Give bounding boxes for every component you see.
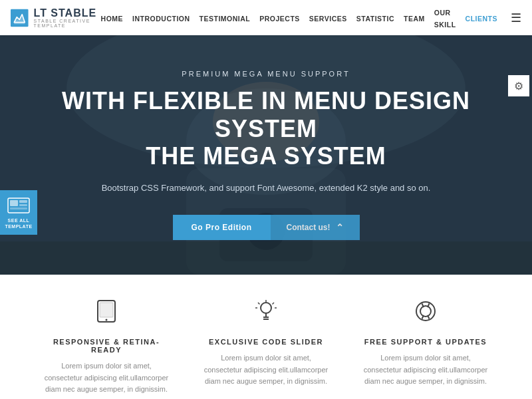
features-section: RESPONSIVE & RETINA-READY Lorem ipsum do… [0, 275, 532, 399]
svg-rect-13 [10, 200, 18, 206]
navbar: LT STABLE STABLE CREATIVE TEMPLATE HOME … [0, 0, 532, 35]
nav-hamburger[interactable]: ☰ [507, 11, 521, 25]
tablet-icon [43, 299, 170, 330]
hero-title-line2: THE MEGA SYSTEM [146, 142, 386, 170]
nav-item-testimonial[interactable]: TESTIMONIAL [200, 12, 251, 24]
chevron-up-icon: ⌃ [336, 222, 344, 233]
feature-responsive-title: RESPONSIVE & RETINA-READY [43, 338, 170, 354]
hamburger-icon: ☰ [511, 11, 521, 25]
contact-button[interactable]: Contact us! ⌃ [271, 215, 360, 240]
svg-point-19 [106, 319, 108, 321]
see-all-inner: SEE ALL TEMPLATE [4, 196, 33, 229]
hero-title-line1: WITH FLEXIBLE IN MENU DESIGN SYSTEM [62, 87, 470, 142]
feature-responsive-text: Lorem ipsum dolor sit amet, consectetur … [43, 360, 170, 396]
contact-label: Contact us! [287, 223, 331, 232]
lifebuoy-icon [362, 299, 489, 330]
nav-item-introduction[interactable]: INTRODUCTION [132, 12, 190, 24]
see-all-badge[interactable]: SEE ALL TEMPLATE [0, 190, 37, 235]
svg-point-29 [416, 302, 435, 321]
feature-slider: EXCLUSIVE CODE SLIDER Lorem ipsum dolor … [186, 299, 346, 396]
feature-slider-text: Lorem ipsum dolor sit amet, consectetur … [202, 352, 330, 388]
hero-description: Bootstrap CSS Framework, and support Fon… [53, 182, 479, 195]
nav-item-services[interactable]: SERVICES [309, 12, 347, 24]
svg-rect-18 [100, 303, 113, 317]
feature-support-title: FREE SUPPORT & UPDATES [362, 338, 489, 346]
svg-line-26 [273, 303, 275, 305]
nav-item-clients[interactable]: CLIENTS [466, 12, 497, 24]
hero-subtitle: PREMIUM MEGA MENU SUPPORT [53, 70, 479, 78]
brand-logo-icon [11, 6, 29, 30]
nav-item-statistic[interactable]: STATISTIC [356, 12, 394, 24]
nav-item-ourskill[interactable]: OUR SKILL [434, 6, 456, 30]
svg-point-30 [420, 306, 431, 317]
see-all-label: SEE ALL TEMPLATE [4, 218, 33, 229]
brand-logo-area[interactable]: LT STABLE STABLE CREATIVE TEMPLATE [11, 6, 101, 30]
svg-rect-15 [19, 204, 27, 206]
brand-tagline: STABLE CREATIVE TEMPLATE [34, 19, 101, 28]
brand-text: LT STABLE STABLE CREATIVE TEMPLATE [34, 8, 101, 28]
hero-content: PREMIUM MEGA MENU SUPPORT WITH FLEXIBLE … [27, 70, 505, 240]
nav-item-home[interactable]: HOME [101, 12, 124, 24]
brand-name: LT STABLE [34, 8, 101, 19]
gear-icon: ⚙ [514, 80, 523, 92]
svg-rect-14 [19, 200, 27, 203]
gear-button[interactable]: ⚙ [508, 75, 529, 96]
feature-slider-title: EXCLUSIVE CODE SLIDER [202, 338, 330, 346]
hero-buttons: Go Pro Edition Contact us! ⌃ [53, 215, 479, 240]
template-preview-icon [7, 196, 31, 215]
svg-line-25 [258, 303, 260, 305]
feature-responsive: RESPONSIVE & RETINA-READY Lorem ipsum do… [27, 299, 186, 396]
go-pro-button[interactable]: Go Pro Edition [173, 215, 271, 240]
nav-menu: HOME INTRODUCTION TESTIMONIAL PROJECTS S… [101, 6, 521, 30]
feature-support: FREE SUPPORT & UPDATES Lorem ipsum dolor… [346, 299, 505, 396]
hero-section: PREMIUM MEGA MENU SUPPORT WITH FLEXIBLE … [0, 35, 532, 275]
nav-item-projects[interactable]: PROJECTS [259, 12, 300, 24]
svg-point-20 [261, 303, 271, 313]
svg-rect-16 [10, 207, 27, 209]
feature-support-text: Lorem ipsum dolor sit amet, consectetur … [362, 352, 489, 388]
bulb-icon [202, 299, 330, 330]
hero-title: WITH FLEXIBLE IN MENU DESIGN SYSTEM THE … [53, 87, 479, 170]
nav-item-team[interactable]: TEAM [404, 12, 425, 24]
